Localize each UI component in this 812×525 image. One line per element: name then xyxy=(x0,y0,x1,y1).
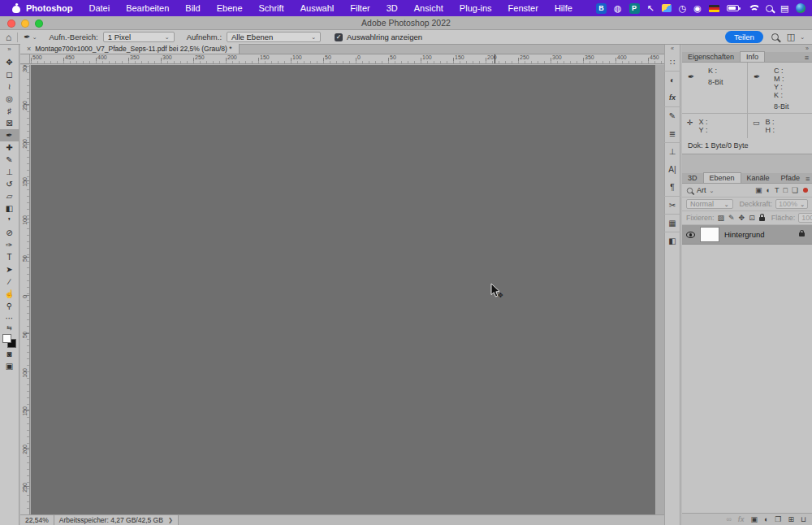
app-badge-icon[interactable]: B xyxy=(596,3,607,14)
zoom-tool[interactable]: ⚲ xyxy=(0,300,19,312)
menubar-item-filter[interactable]: Filter xyxy=(342,3,378,13)
ruler-corner[interactable] xyxy=(20,54,30,64)
layers-list-empty[interactable] xyxy=(682,245,812,513)
memory-status[interactable]: Arbeitsspeicher: 4,27 GB/42,5 GB ❯ xyxy=(54,515,179,525)
menubar-item-photoshop[interactable]: Photoshop xyxy=(18,3,80,13)
zoom-level-field[interactable]: 22,54% xyxy=(20,515,54,525)
status-chevron-icon[interactable]: ❯ xyxy=(168,517,173,523)
displays-icon[interactable]: ▤ xyxy=(780,4,788,13)
filter-search-icon[interactable] xyxy=(687,187,693,193)
marquee-tool[interactable]: ◻ xyxy=(0,68,19,80)
kind-filter-label[interactable]: Art xyxy=(697,186,706,194)
adjustments-panel-icon[interactable]: ◐ xyxy=(664,71,680,89)
move-tool[interactable]: ✥ xyxy=(0,56,19,68)
hand-tool[interactable]: ☝ xyxy=(0,288,19,300)
sample-size-select[interactable]: 1 Pixel ⌄ xyxy=(103,32,175,42)
menubar-item-bearbeiten[interactable]: Bearbeiten xyxy=(118,3,177,13)
pixel-layers-filter-icon[interactable]: ▣ xyxy=(755,186,762,194)
gradients-panel-icon[interactable]: ◧ xyxy=(664,232,680,249)
swap-colors-icon[interactable]: ⇆ xyxy=(6,324,12,332)
tab-info[interactable]: Info xyxy=(740,51,765,62)
panels-collapse-icon[interactable]: » xyxy=(806,46,809,51)
current-tool-icon[interactable]: ✒ ⌄ xyxy=(24,33,37,41)
character-panel-icon[interactable]: A| xyxy=(664,160,680,178)
edit-toolbar-icon[interactable]: ⋯ xyxy=(0,312,19,324)
opacity-field[interactable]: 100% ⌄ xyxy=(775,199,808,209)
path-selection-tool[interactable]: ➤ xyxy=(0,263,19,276)
tab-pfade[interactable]: Pfade xyxy=(775,173,806,183)
tool-presets-panel-icon[interactable]: ✂ xyxy=(664,196,680,214)
tab-ebenen[interactable]: Ebenen xyxy=(703,172,741,183)
app-badge-teal-icon[interactable]: P xyxy=(629,3,640,14)
lock-paint-icon[interactable]: ✎ xyxy=(728,214,735,222)
eyedropper-tool[interactable]: ✒ xyxy=(0,129,19,141)
tab-eigenschaften[interactable]: Eigenschaften xyxy=(682,52,740,62)
clone-stamp-tool[interactable]: ⊥ xyxy=(0,166,19,178)
blur-tool[interactable]: ❜ xyxy=(0,215,19,227)
blend-mode-select[interactable]: Normal ⌄ xyxy=(686,199,733,209)
info-depth-right[interactable]: 8-Bit xyxy=(774,102,807,111)
menubar-item-ansicht[interactable]: Ansicht xyxy=(406,3,451,13)
adjustment-layer-icon[interactable]: ◐ xyxy=(764,515,768,523)
crop-tool[interactable]: ♯ xyxy=(0,105,19,117)
delete-layer-icon[interactable]: ⊔ xyxy=(801,515,806,523)
panel-menu-icon[interactable]: ≡ xyxy=(806,175,812,183)
show-sampling-ring-checkbox[interactable] xyxy=(335,33,343,41)
clock-status-icon[interactable]: ◷ xyxy=(679,4,687,13)
paragraph-panel-icon[interactable]: ¶ xyxy=(664,178,680,196)
menubar-item-bild[interactable]: Bild xyxy=(177,3,208,13)
creative-cloud-icon[interactable]: ◍ xyxy=(614,4,622,13)
color-panel-icon[interactable]: ∷ xyxy=(664,53,680,71)
adjustment-layers-filter-icon[interactable]: ◐ xyxy=(767,186,771,194)
properties-panel-icon[interactable]: ≣ xyxy=(664,124,680,142)
pen-tool[interactable]: ✑ xyxy=(0,239,19,251)
clone-source-panel-icon[interactable]: ⊥ xyxy=(664,142,680,160)
battery-icon[interactable] xyxy=(727,5,739,11)
gradient-tool[interactable]: ◧ xyxy=(0,202,19,215)
document-canvas[interactable] xyxy=(31,65,655,514)
dodge-tool[interactable]: ⊘ xyxy=(0,227,19,239)
search-icon[interactable] xyxy=(771,33,779,41)
layer-group-icon[interactable]: ❐ xyxy=(775,515,781,523)
home-icon[interactable]: ⌂ xyxy=(6,32,11,43)
object-selection-tool[interactable]: ◎ xyxy=(0,93,19,105)
lasso-tool[interactable]: ≀ xyxy=(0,80,19,93)
document-tab[interactable]: × Montage700x1000_V7_Pfade_Seps-11.pdf b… xyxy=(20,44,240,54)
layer-thumbnail[interactable] xyxy=(700,227,719,242)
tab-kanaele[interactable]: Kanäle xyxy=(741,173,775,183)
brush-tool[interactable]: ✎ xyxy=(0,154,19,166)
german-flag-icon[interactable] xyxy=(709,5,719,12)
share-button[interactable]: Teilen xyxy=(725,31,763,43)
type-layers-filter-icon[interactable]: T xyxy=(775,186,780,194)
type-tool[interactable]: T xyxy=(0,251,19,263)
screen-mode-icon[interactable]: ▣ xyxy=(0,360,19,372)
files-icon[interactable] xyxy=(662,4,672,12)
wifi-icon[interactable] xyxy=(748,4,758,12)
quick-mask-icon[interactable]: ◙ xyxy=(0,348,19,360)
tab-3d[interactable]: 3D xyxy=(682,173,703,183)
menubar-item-hilfe[interactable]: Hilfe xyxy=(546,3,581,13)
workspace-icon[interactable]: ◫ xyxy=(787,32,795,42)
menubar-item-fenster[interactable]: Fenster xyxy=(500,3,546,13)
brush-settings-panel-icon[interactable]: ✎ xyxy=(664,106,680,124)
toolbar-collapse-icon[interactable]: » xyxy=(7,45,11,54)
line-tool[interactable]: ∕ xyxy=(0,276,19,288)
chevron-down-icon[interactable]: ⌄ xyxy=(800,34,805,40)
dock-collapse-icon[interactable]: « xyxy=(671,45,674,53)
vertical-ruler[interactable]: 30025020015010050050100150200250 xyxy=(20,65,30,514)
lock-artboard-icon[interactable]: ⊡ xyxy=(749,214,755,222)
layer-effects-icon[interactable]: fx xyxy=(738,515,745,523)
lock-transparency-icon[interactable]: ▨ xyxy=(718,214,725,222)
lock-position-icon[interactable]: ✥ xyxy=(739,214,745,222)
menubar-item-auswahl[interactable]: Auswahl xyxy=(292,3,343,13)
visibility-eye-icon[interactable] xyxy=(686,232,695,238)
lock-all-icon[interactable] xyxy=(759,217,765,221)
close-tab-icon[interactable]: × xyxy=(27,46,31,53)
new-layer-icon[interactable]: ⊞ xyxy=(788,515,794,523)
play-status-icon[interactable]: ◉ xyxy=(693,4,702,13)
fill-field[interactable]: 100% ⌄ xyxy=(798,213,812,223)
cursor-status-icon[interactable]: ↖ xyxy=(647,4,654,13)
shape-layers-filter-icon[interactable]: □ xyxy=(783,186,787,194)
healing-brush-tool[interactable]: ✚ xyxy=(0,141,19,154)
sample-layers-select[interactable]: Alle Ebenen ⌄ xyxy=(227,32,321,42)
